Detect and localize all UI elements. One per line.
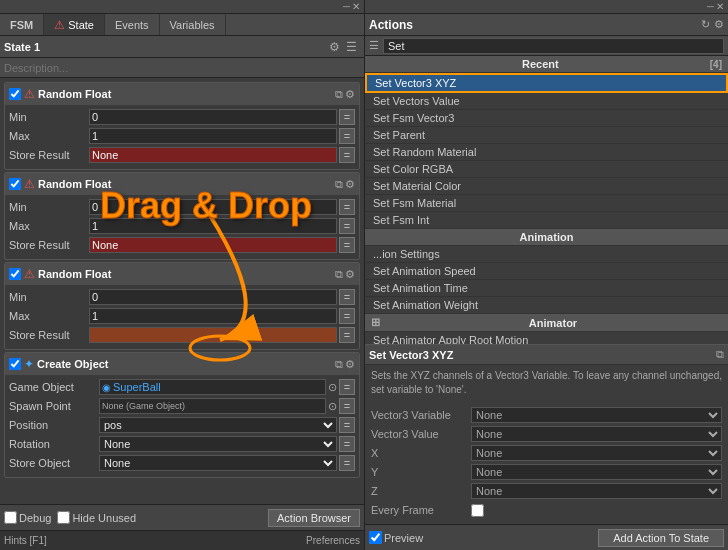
tab-bar: FSM ⚠ State Events Variables bbox=[0, 14, 364, 36]
action-item-setvectorsvalue[interactable]: Set Vectors Value bbox=[365, 93, 728, 110]
action-input-max-rf2[interactable] bbox=[89, 218, 337, 234]
action-input-store-rf1[interactable] bbox=[89, 147, 337, 163]
action-item-setfsmint[interactable]: Set Fsm Int bbox=[365, 212, 728, 229]
action-item-animweight[interactable]: Set Animation Weight bbox=[365, 297, 728, 314]
right-close-icon[interactable]: ✕ bbox=[716, 1, 724, 12]
af-select-x[interactable]: None bbox=[471, 445, 722, 461]
eq-btn-min-rf1[interactable]: = bbox=[339, 109, 355, 125]
eq-btn-go[interactable]: = bbox=[339, 379, 355, 395]
action-item-setfsmmaterial[interactable]: Set Fsm Material bbox=[365, 195, 728, 212]
eq-btn-store-rf1[interactable]: = bbox=[339, 147, 355, 163]
state-menu-button[interactable]: ☰ bbox=[343, 39, 360, 55]
af-select-v3val[interactable]: None bbox=[471, 426, 722, 442]
search-input[interactable] bbox=[383, 38, 724, 54]
co-select-position[interactable]: pos None bbox=[99, 417, 337, 433]
eq-btn-rot[interactable]: = bbox=[339, 436, 355, 452]
action-copy-icon-rf2[interactable]: ⧉ bbox=[335, 178, 343, 191]
action-desc-icon[interactable]: ⧉ bbox=[716, 348, 724, 361]
action-checkbox-rf3[interactable] bbox=[9, 268, 21, 280]
action-menu-icon-rf2[interactable]: ⚙ bbox=[345, 178, 355, 191]
co-row-spawnpoint: Spawn Point None (Game Object) ⊙ = bbox=[9, 397, 355, 415]
action-checkbox-co[interactable] bbox=[9, 358, 21, 370]
action-item-setrandommaterial[interactable]: Set Random Material bbox=[365, 144, 728, 161]
af-checkbox-everyframe[interactable] bbox=[471, 504, 484, 517]
action-input-min-rf1[interactable] bbox=[89, 109, 337, 125]
action-input-store-rf3[interactable] bbox=[89, 327, 337, 343]
debug-checkbox-label[interactable]: Debug bbox=[4, 511, 51, 524]
action-item-animsettings[interactable]: ...ion Settings bbox=[365, 246, 728, 263]
action-menu-icon-rf3[interactable]: ⚙ bbox=[345, 268, 355, 281]
bottom-bar-right: Preview Add Action To State bbox=[365, 524, 728, 550]
warn-icon-rf1: ⚠ bbox=[24, 87, 35, 101]
co-select-rotation[interactable]: None bbox=[99, 436, 337, 452]
co-select-storeobject[interactable]: None bbox=[99, 455, 337, 471]
action-input-max-rf3[interactable] bbox=[89, 308, 337, 324]
action-checkbox-rf2[interactable] bbox=[9, 178, 21, 190]
action-row-min-rf3: Min = bbox=[9, 288, 355, 306]
close-icon[interactable]: ✕ bbox=[352, 1, 360, 12]
action-item-animtime[interactable]: Set Animation Time bbox=[365, 280, 728, 297]
af-select-z[interactable]: None bbox=[471, 483, 722, 499]
eq-btn-max-rf1[interactable]: = bbox=[339, 128, 355, 144]
description-field[interactable] bbox=[0, 58, 364, 78]
eq-btn-so[interactable]: = bbox=[339, 455, 355, 471]
action-block-rf2: ⚠ Random Float ⧉ ⚙ Min = Max = bbox=[4, 172, 360, 260]
action-copy-icon-rf3[interactable]: ⧉ bbox=[335, 268, 343, 281]
warn-icon-rf2: ⚠ bbox=[24, 177, 35, 191]
tab-state[interactable]: ⚠ State bbox=[44, 14, 105, 35]
action-checkbox-rf1[interactable] bbox=[9, 88, 21, 100]
action-input-store-rf2[interactable] bbox=[89, 237, 337, 253]
action-copy-icon-co[interactable]: ⧉ bbox=[335, 358, 343, 371]
co-pick-icon-sp[interactable]: ⊙ bbox=[328, 400, 337, 413]
co-pick-icon-go[interactable]: ⊙ bbox=[328, 381, 337, 394]
af-row-everyframe: Every Frame bbox=[371, 501, 722, 519]
tab-events[interactable]: Events bbox=[105, 14, 160, 35]
action-item-animatorrootmotion[interactable]: Set Animator Apply Root Motion bbox=[365, 332, 728, 344]
preferences-button[interactable]: Preferences bbox=[306, 535, 360, 546]
action-item-setfsmvector3[interactable]: Set Fsm Vector3 bbox=[365, 110, 728, 127]
category-recent: Recent [4] bbox=[365, 56, 728, 73]
action-item-setparent[interactable]: Set Parent bbox=[365, 127, 728, 144]
action-input-min-rf2[interactable] bbox=[89, 199, 337, 215]
tab-fsm[interactable]: FSM bbox=[0, 14, 44, 35]
eq-btn-max-rf3[interactable]: = bbox=[339, 308, 355, 324]
eq-btn-min-rf3[interactable]: = bbox=[339, 289, 355, 305]
description-input[interactable] bbox=[4, 62, 360, 74]
action-menu-icon-co[interactable]: ⚙ bbox=[345, 358, 355, 371]
category-animator: ⊞ Animator bbox=[365, 314, 728, 332]
action-item-setmaterialcolor[interactable]: Set Material Color bbox=[365, 178, 728, 195]
actions-settings-icon[interactable]: ⚙ bbox=[714, 18, 724, 31]
eq-btn-min-rf2[interactable]: = bbox=[339, 199, 355, 215]
eq-btn-sp[interactable]: = bbox=[339, 398, 355, 414]
actions-refresh-icon[interactable]: ↻ bbox=[701, 18, 710, 31]
right-minimize-icon[interactable]: ─ bbox=[707, 1, 714, 12]
category-animation: Animation bbox=[365, 229, 728, 246]
action-input-min-rf3[interactable] bbox=[89, 289, 337, 305]
af-select-v3var[interactable]: None bbox=[471, 407, 722, 423]
preview-checkbox-label[interactable]: Preview bbox=[369, 531, 423, 544]
preview-checkbox[interactable] bbox=[369, 531, 382, 544]
action-item-setvector3xyz[interactable]: Set Vector3 XYZ bbox=[365, 73, 728, 93]
action-body-co: Game Object ◉ SuperBall ⊙ = Spawn Point … bbox=[5, 375, 359, 477]
action-menu-icon-rf1[interactable]: ⚙ bbox=[345, 88, 355, 101]
hide-unused-checkbox[interactable] bbox=[57, 511, 70, 524]
add-action-button[interactable]: Add Action To State bbox=[598, 529, 724, 547]
action-item-setcolorrgba[interactable]: Set Color RGBA bbox=[365, 161, 728, 178]
action-browser-button[interactable]: Action Browser bbox=[268, 509, 360, 527]
warn-icon: ⚠ bbox=[54, 18, 65, 32]
minimize-icon[interactable]: ─ bbox=[343, 1, 350, 12]
tab-variables[interactable]: Variables bbox=[160, 14, 226, 35]
action-input-max-rf1[interactable] bbox=[89, 128, 337, 144]
hide-unused-checkbox-label[interactable]: Hide Unused bbox=[57, 511, 136, 524]
action-body-rf1: Min = Max = Store Result = bbox=[5, 105, 359, 169]
eq-btn-store-rf3[interactable]: = bbox=[339, 327, 355, 343]
eq-btn-pos[interactable]: = bbox=[339, 417, 355, 433]
state-settings-button[interactable]: ⚙ bbox=[326, 39, 343, 55]
action-desc-title: Set Vector3 XYZ bbox=[369, 349, 716, 361]
eq-btn-max-rf2[interactable]: = bbox=[339, 218, 355, 234]
action-copy-icon-rf1[interactable]: ⧉ bbox=[335, 88, 343, 101]
action-item-animspeed[interactable]: Set Animation Speed bbox=[365, 263, 728, 280]
af-select-y[interactable]: None bbox=[471, 464, 722, 480]
eq-btn-store-rf2[interactable]: = bbox=[339, 237, 355, 253]
debug-checkbox[interactable] bbox=[4, 511, 17, 524]
